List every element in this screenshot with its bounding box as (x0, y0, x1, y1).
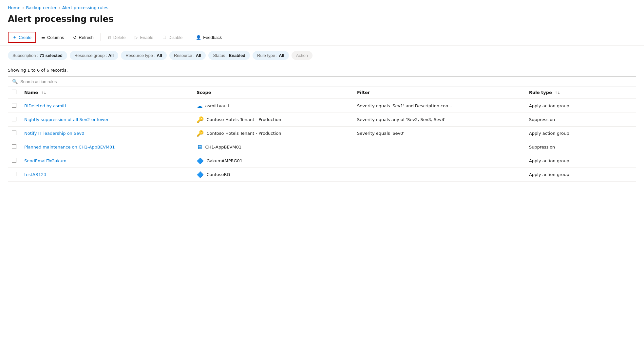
row-scope-5: 🔷 ContosoRG (193, 168, 353, 182)
breadcrumb-current: Alert processing rules (62, 5, 108, 10)
cloud-icon: ☁ (197, 102, 202, 109)
row-scope-text-4: GakumAMPRG01 (206, 158, 242, 163)
search-box: 🔍 (8, 77, 636, 86)
breadcrumb-home[interactable]: Home (8, 5, 20, 10)
rules-table: Name ↑↓ Scope Filter Rule type ↑↓ BIDele… (8, 86, 636, 182)
enable-button[interactable]: ▷ Enable (131, 33, 157, 42)
table-row: Planned maintenance on CH1-AppBEVM01 🖥 C… (8, 140, 636, 154)
delete-icon: 🗑 (107, 35, 111, 40)
breadcrumb: Home › Backup center › Alert processing … (0, 0, 644, 13)
breadcrumb-parent[interactable]: Backup center (26, 5, 57, 10)
row-filter-0: Severity equals 'Sev1' and Description c… (353, 99, 525, 113)
col-header-name: Name ↑↓ (20, 86, 193, 99)
row-scope-0: ☁ asmittvault (193, 99, 353, 113)
row-filter-1: Severity equals any of 'Sev2, Sev3, Sev4… (353, 113, 525, 127)
columns-icon: ☰ (41, 35, 45, 40)
row-ruletype-2: Apply action group (525, 127, 636, 140)
row-checkbox-4[interactable] (12, 158, 16, 163)
columns-button[interactable]: ☰ Columns (37, 33, 68, 42)
row-name-link-3[interactable]: Planned maintenance on CH1-AppBEVM01 (24, 145, 115, 150)
table-row: testAR123 🔷 ContosoRG Apply action group (8, 168, 636, 182)
col-header-ruletype: Rule type ↑↓ (525, 86, 636, 99)
resource-group-icon: 🔷 (197, 157, 204, 164)
name-sort-icon[interactable]: ↑↓ (41, 91, 47, 95)
row-checkbox-0[interactable] (12, 103, 16, 108)
feedback-button[interactable]: 👤 Feedback (192, 33, 226, 42)
resource-group-icon: 🔷 (197, 171, 204, 178)
filter-chip-3[interactable]: Resource :All (169, 51, 206, 60)
create-button[interactable]: ＋ Create (8, 32, 36, 43)
row-scope-text-2: Contoso Hotels Tenant - Production (206, 131, 281, 136)
row-checkbox-2[interactable] (12, 131, 16, 135)
row-name-link-5[interactable]: testAR123 (24, 172, 47, 177)
ruletype-sort-icon[interactable]: ↑↓ (555, 91, 560, 95)
row-checkbox-cell-1 (8, 113, 20, 127)
refresh-button[interactable]: ↺ Refresh (69, 33, 98, 42)
select-all-checkbox[interactable] (12, 90, 16, 94)
refresh-icon: ↺ (73, 35, 77, 40)
key-icon: 🔑 (197, 130, 204, 137)
table-row: Nightly suppression of all Sev2 or lower… (8, 113, 636, 127)
table-row: BIDeleted by asmitt ☁ asmittvault Severi… (8, 99, 636, 113)
filter-chip-2[interactable]: Resource type :All (121, 51, 167, 60)
row-scope-4: 🔷 GakumAMPRG01 (193, 154, 353, 168)
plus-icon: ＋ (12, 34, 17, 40)
row-checkbox-cell-2 (8, 127, 20, 140)
records-count: Showing 1 to 6 of 6 records. (8, 68, 636, 73)
row-scope-text-1: Contoso Hotels Tenant - Production (206, 117, 281, 122)
row-name-link-2[interactable]: Notify IT leadership on Sev0 (24, 131, 84, 136)
disable-button[interactable]: ☐ Disable (159, 33, 186, 42)
row-name-3: Planned maintenance on CH1-AppBEVM01 (20, 140, 193, 154)
row-checkbox-cell-3 (8, 140, 20, 154)
disable-icon: ☐ (162, 35, 166, 40)
row-checkbox-cell-5 (8, 168, 20, 182)
select-all-header (8, 86, 20, 99)
col-header-scope: Scope (193, 86, 353, 99)
row-ruletype-5: Apply action group (525, 168, 636, 182)
row-name-link-4[interactable]: SendEmailToGakum (24, 158, 66, 163)
enable-icon: ▷ (135, 35, 138, 40)
toolbar: ＋ Create ☰ Columns ↺ Refresh 🗑 Delete ▷ … (0, 29, 644, 46)
row-name-0: BIDeleted by asmitt (20, 99, 193, 113)
filter-chip-6[interactable]: Action (292, 51, 313, 60)
row-filter-3 (353, 140, 525, 154)
row-scope-2: 🔑 Contoso Hotels Tenant - Production (193, 127, 353, 140)
row-ruletype-1: Suppression (525, 113, 636, 127)
row-filter-5 (353, 168, 525, 182)
row-scope-3: 🖥 CH1-AppBEVM01 (193, 140, 353, 154)
row-scope-text-5: ContosoRG (206, 172, 230, 177)
search-icon: 🔍 (12, 79, 18, 84)
row-name-link-0[interactable]: BIDeleted by asmitt (24, 103, 66, 108)
table-body: BIDeleted by asmitt ☁ asmittvault Severi… (8, 99, 636, 182)
filter-chip-4[interactable]: Status :Enabled (208, 51, 250, 60)
search-input[interactable] (20, 79, 632, 84)
computer-icon: 🖥 (197, 144, 202, 150)
row-checkbox-5[interactable] (12, 172, 16, 176)
delete-button[interactable]: 🗑 Delete (103, 33, 130, 42)
filter-chip-5[interactable]: Rule type :All (253, 51, 289, 60)
filter-chip-1[interactable]: Resource group :All (70, 51, 118, 60)
table-row: Notify IT leadership on Sev0 🔑 Contoso H… (8, 127, 636, 140)
row-ruletype-3: Suppression (525, 140, 636, 154)
row-name-link-1[interactable]: Nightly suppression of all Sev2 or lower (24, 117, 109, 122)
row-checkbox-cell-0 (8, 99, 20, 113)
row-ruletype-0: Apply action group (525, 99, 636, 113)
row-scope-1: 🔑 Contoso Hotels Tenant - Production (193, 113, 353, 127)
feedback-icon: 👤 (196, 35, 201, 40)
table-row: SendEmailToGakum 🔷 GakumAMPRG01 Apply ac… (8, 154, 636, 168)
row-filter-2: Severity equals 'Sev0' (353, 127, 525, 140)
filter-chip-0[interactable]: Subscription :71 selected (8, 51, 67, 60)
row-name-1: Nightly suppression of all Sev2 or lower (20, 113, 193, 127)
row-checkbox-cell-4 (8, 154, 20, 168)
row-scope-text-3: CH1-AppBEVM01 (205, 145, 241, 150)
page-title: Alert processing rules (0, 13, 644, 29)
filter-bar: Subscription :71 selectedResource group … (0, 46, 644, 65)
main-content: Showing 1 to 6 of 6 records. 🔍 Name ↑↓ S… (0, 68, 644, 182)
toolbar-sep1 (100, 33, 101, 41)
row-name-5: testAR123 (20, 168, 193, 182)
row-checkbox-1[interactable] (12, 117, 16, 121)
row-name-2: Notify IT leadership on Sev0 (20, 127, 193, 140)
col-header-filter: Filter (353, 86, 525, 99)
row-checkbox-3[interactable] (12, 144, 16, 149)
breadcrumb-sep2: › (59, 6, 60, 10)
